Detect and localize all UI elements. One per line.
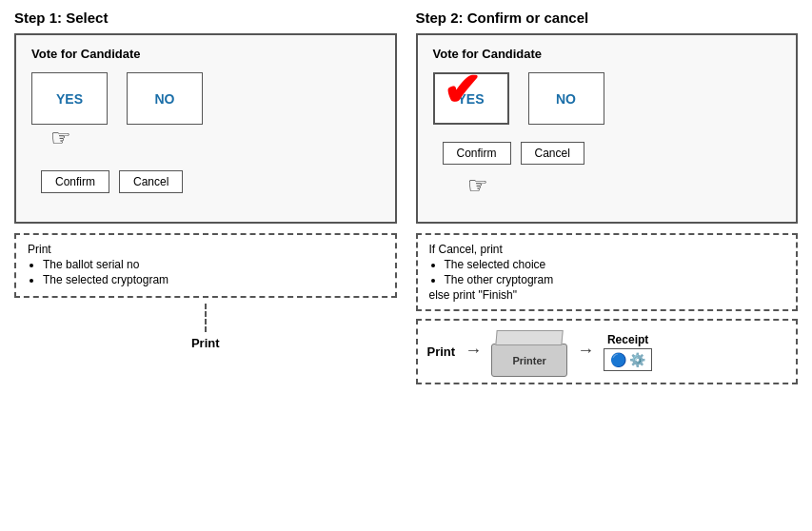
- step-2-confirm-button[interactable]: Confirm: [443, 142, 511, 165]
- step-2-info-list: The selected choice The other cryptogram: [445, 258, 785, 286]
- step-2-print-flow: Print → Printer → Receipt 🔵 ⚙️: [416, 319, 799, 384]
- step-1-vote-options: YES ☞ NO: [31, 72, 380, 125]
- step-2-checkmark: ✔: [443, 68, 481, 113]
- receipt-icon-2: ⚙️: [629, 352, 645, 367]
- step-1-info-item-1: The selected cryptogram: [43, 273, 384, 286]
- step-1-yes-button[interactable]: YES: [31, 72, 108, 125]
- step-2-info-item-0: The selected choice: [445, 258, 785, 271]
- step-1-no-button[interactable]: NO: [127, 72, 203, 125]
- step-1-action-buttons: Confirm Cancel: [31, 170, 380, 193]
- step-2-action-buttons: Confirm Cancel: [433, 142, 584, 165]
- step-1-print-area: Print: [14, 304, 397, 350]
- step-2-yes-wrapper: YES ✔: [433, 72, 509, 125]
- step-1-ballot-title: Vote for Candidate: [31, 47, 380, 61]
- receipt-label: Receipt: [607, 333, 648, 346]
- step-2-ballot-title: Vote for Candidate: [433, 47, 782, 61]
- step-1-info-list: The ballot serial no The selected crypto…: [43, 258, 384, 286]
- printer-paper: [495, 330, 563, 345]
- step-2: Step 2: Confirm or cancel Vote for Candi…: [416, 10, 799, 384]
- step-2-info-box: If Cancel, print The selected choice The…: [416, 233, 799, 311]
- step-1-info-title: Print: [28, 243, 384, 256]
- step-2-arrow-2: →: [577, 341, 594, 361]
- step-1-confirm-button[interactable]: Confirm: [41, 170, 109, 193]
- step-2-printer: Printer: [491, 326, 567, 377]
- step-1-title: Step 1: Select: [14, 10, 397, 26]
- step-1-info-box: Print The ballot serial no The selected …: [14, 233, 397, 298]
- step-1-ballot-box: Vote for Candidate YES ☞ NO Confirm Canc…: [14, 33, 397, 224]
- step-1: Step 1: Select Vote for Candidate YES ☞ …: [14, 10, 397, 384]
- step-2-info-title: If Cancel, print: [429, 243, 785, 256]
- step-1-cancel-button[interactable]: Cancel: [119, 170, 183, 193]
- step-2-title: Step 2: Confirm or cancel: [416, 10, 799, 26]
- step-1-print-label: Print: [191, 336, 220, 350]
- step-2-flow-print-label: Print: [427, 344, 456, 359]
- step-1-dashed-line: [205, 304, 207, 332]
- step-2-cancel-button[interactable]: Cancel: [521, 142, 584, 165]
- printer-body: Printer: [491, 344, 567, 377]
- step-2-info-else: else print "Finish": [429, 288, 785, 302]
- step-2-no-button[interactable]: NO: [528, 72, 604, 125]
- step-2-action-row: Confirm Cancel: [433, 138, 782, 165]
- step-2-receipt: Receipt 🔵 ⚙️: [604, 333, 652, 371]
- step-2-arrow-1: →: [465, 341, 482, 361]
- step-1-info-item-0: The ballot serial no: [43, 258, 384, 271]
- step-2-vote-options: YES ✔ NO: [433, 72, 782, 125]
- step-2-ballot-box: Vote for Candidate YES ✔ NO Confirm Canc…: [416, 33, 799, 224]
- step-1-cursor-hand: ☞: [50, 125, 71, 151]
- step-2-info-item-1: The other cryptogram: [445, 273, 785, 286]
- step-1-yes-wrapper: YES ☞: [31, 72, 108, 125]
- receipt-icon-1: 🔵: [610, 352, 626, 367]
- step-2-cursor-hand: ☞: [467, 172, 488, 199]
